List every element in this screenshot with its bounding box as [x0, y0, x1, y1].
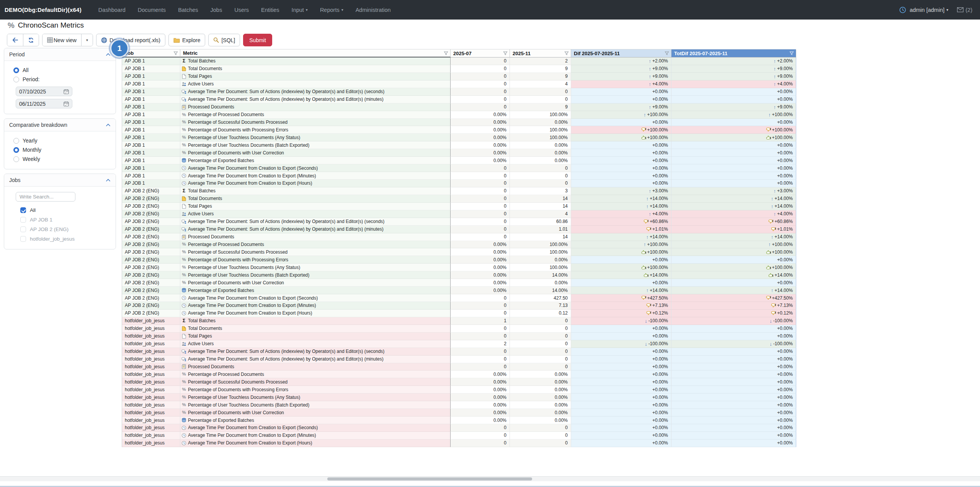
table-row[interactable]: AP JOB 2 (ENG)%Percentage of User Touchl… [122, 264, 796, 271]
table-row[interactable]: AP JOB 1Average Time Per Document from C… [122, 164, 796, 172]
nav-item-administration[interactable]: Administration [356, 7, 391, 13]
nav-item-batches[interactable]: Batches [178, 7, 198, 13]
table-row[interactable]: AP JOB 2 (ENG)%Percentage of Processed D… [122, 241, 796, 249]
table-row[interactable]: AP JOB 2 (ENG)Total Documents014↑+14.00%… [122, 195, 796, 203]
table-row[interactable]: hotfolder_job_jesusActive Users20↓-100.0… [122, 340, 796, 348]
table-row[interactable]: AP JOB 1Average Time Per Document: Sum o… [122, 96, 796, 103]
table-row[interactable]: AP JOB 1Total Documents09↑+9.00%↑+9.00% [122, 65, 796, 73]
breakdown-option-yearly[interactable]: Yearly [4, 136, 116, 145]
table-row[interactable]: hotfolder_job_jesusPercentage of Exporte… [122, 416, 796, 424]
horizontal-scrollbar-thumb[interactable] [327, 477, 532, 480]
refresh-button[interactable] [23, 34, 39, 46]
table-row[interactable]: hotfolder_job_jesus%Percentage of Docume… [122, 409, 796, 416]
chevron-up-icon[interactable] [106, 123, 111, 127]
sql-button[interactable]: [SQL] [208, 34, 240, 46]
table-row[interactable]: hotfolder_job_jesusTotal Pages00+0.00%+0… [122, 333, 796, 340]
mail-button[interactable]: (2) [957, 7, 972, 13]
nav-item-dashboard[interactable]: Dashboard [98, 7, 126, 13]
table-row[interactable]: AP JOB 1%Percentage of Successful Docume… [122, 119, 796, 126]
table-row[interactable]: hotfolder_job_jesus%Percentage of User T… [122, 394, 796, 401]
column-header-totdif[interactable]: TotDif 2025-07-2025-11 [671, 49, 796, 57]
jobs-search-input[interactable] [16, 192, 75, 202]
chevron-up-icon[interactable] [106, 179, 111, 182]
table-row[interactable]: AP JOB 1ΣTotal Batches02↑+2.00%↑+2.00% [122, 57, 796, 65]
table-row[interactable]: AP JOB 1Percentage of Exported Batches0.… [122, 157, 796, 164]
table-row[interactable]: AP JOB 1Total Pages09↑+9.00%↑+9.00% [122, 73, 796, 80]
table-row[interactable]: hotfolder_job_jesus%Percentage of Succes… [122, 378, 796, 386]
date-to-input[interactable]: 06/11/2025 [16, 99, 72, 108]
nav-item-users[interactable]: Users [234, 7, 249, 13]
table-row[interactable]: hotfolder_job_jesus%Percentage of Proces… [122, 371, 796, 378]
radio-button[interactable] [13, 67, 19, 73]
breakdown-panel-header[interactable]: Comparative breakdown [4, 119, 116, 131]
table-row[interactable]: AP JOB 2 (ENG)Average Time Per Document … [122, 310, 796, 317]
table-row[interactable]: hotfolder_job_jesusProcessed Documents00… [122, 363, 796, 371]
table-row[interactable]: hotfolder_job_jesusΣTotal Batches10↓-100… [122, 317, 796, 325]
period-all-option[interactable]: All [4, 66, 116, 75]
table-row[interactable]: hotfolder_job_jesusTotal Documents00+0.0… [122, 325, 796, 333]
table-row[interactable]: hotfolder_job_jesusAverage Time Per Docu… [122, 432, 796, 439]
table-row[interactable]: AP JOB 1%Percentage of Documents with Us… [122, 149, 796, 157]
table-row[interactable]: AP JOB 1Average Time Per Document from C… [122, 172, 796, 180]
filter-icon[interactable] [564, 51, 569, 56]
filter-icon[interactable] [665, 51, 669, 56]
filter-icon[interactable] [503, 51, 508, 56]
table-row[interactable]: AP JOB 2 (ENG)%Percentage of Documents w… [122, 279, 796, 287]
submit-button[interactable]: Submit [243, 34, 272, 46]
table-row[interactable]: AP JOB 1%Percentage of User Touchless Do… [122, 134, 796, 141]
table-row[interactable]: AP JOB 2 (ENG)Total Pages014↑+14.00%↑+14… [122, 203, 796, 210]
filter-icon[interactable] [789, 51, 794, 56]
table-row[interactable]: AP JOB 1%Percentage of Documents with Pr… [122, 126, 796, 134]
radio-button[interactable] [13, 77, 19, 82]
table-row[interactable]: AP JOB 2 (ENG)%Percentage of User Touchl… [122, 271, 796, 279]
table-row[interactable]: AP JOB 2 (ENG)Processed Documents014↑+14… [122, 233, 796, 241]
table-row[interactable]: hotfolder_job_jesusAverage Time Per Docu… [122, 356, 796, 363]
jobs-all-option[interactable]: All [4, 205, 116, 215]
table-row[interactable]: AP JOB 1%Percentage of User Touchless Do… [122, 141, 796, 149]
column-header-metric[interactable]: Metric [180, 49, 451, 57]
new-view-dropdown-button[interactable]: ▾ [82, 34, 93, 46]
period-panel-header[interactable]: Period [4, 48, 116, 61]
breakdown-option-monthly[interactable]: Monthly [4, 145, 116, 154]
nav-item-entities[interactable]: Entities [261, 7, 279, 13]
table-row[interactable]: AP JOB 2 (ENG)Percentage of Exported Bat… [122, 287, 796, 294]
new-view-button[interactable]: New view [42, 34, 82, 46]
column-header-2025-07[interactable]: 2025-07 [451, 49, 510, 57]
user-menu[interactable]: admin [admin] ▾ [910, 7, 948, 13]
nav-item-reports[interactable]: Reports▾ [320, 7, 343, 13]
table-row[interactable]: hotfolder_job_jesusAverage Time Per Docu… [122, 424, 796, 432]
back-button[interactable] [7, 34, 23, 46]
nav-item-input[interactable]: Input▾ [292, 7, 308, 13]
table-row[interactable]: AP JOB 1Average Time Per Document: Sum o… [122, 88, 796, 96]
table-row[interactable]: AP JOB 2 (ENG)Average Time Per Document … [122, 302, 796, 310]
explore-button[interactable]: Explore [168, 34, 205, 46]
download-report-button[interactable]: Download report(.xls) [96, 34, 165, 46]
column-header-2025-11[interactable]: 2025-11 [510, 49, 571, 57]
calendar-icon[interactable] [64, 89, 69, 94]
table-row[interactable]: hotfolder_job_jesus%Percentage of User T… [122, 401, 796, 409]
checkbox[interactable] [20, 207, 26, 213]
table-row[interactable]: AP JOB 2 (ENG)Average Time Per Document:… [122, 226, 796, 233]
table-row[interactable]: AP JOB 2 (ENG)%Percentage of Documents w… [122, 256, 796, 264]
radio-button[interactable] [13, 147, 19, 153]
period-range-option[interactable]: Period: [4, 75, 116, 84]
column-header-dif[interactable]: Dif 2025-07-2025-11 [571, 49, 671, 57]
table-row[interactable]: hotfolder_job_jesusAverage Time Per Docu… [122, 439, 796, 447]
nav-item-jobs[interactable]: Jobs [211, 7, 222, 13]
radio-button[interactable] [13, 138, 19, 144]
table-row[interactable]: AP JOB 2 (ENG)ΣTotal Batches03↑+3.00%↑+3… [122, 187, 796, 195]
chevron-up-icon[interactable] [106, 53, 111, 56]
app-brand[interactable]: DEMO(Dbg:DefaultDir)(x64) [5, 7, 82, 13]
radio-button[interactable] [13, 156, 19, 162]
table-row[interactable]: AP JOB 1Processed Documents09↑+9.00%↑+9.… [122, 103, 796, 111]
table-row[interactable]: AP JOB 1%Percentage of Processed Documen… [122, 111, 796, 119]
jobs-panel-header[interactable]: Jobs [4, 174, 116, 187]
column-header-job[interactable]: Job [122, 49, 180, 57]
filter-icon[interactable] [173, 51, 178, 56]
table-row[interactable]: AP JOB 2 (ENG)Active Users04↑+4.00%↑+4.0… [122, 210, 796, 218]
table-row[interactable]: AP JOB 2 (ENG)%Percentage of Successful … [122, 248, 796, 256]
table-row[interactable]: AP JOB 2 (ENG)Average Time Per Document … [122, 294, 796, 302]
table-row[interactable]: AP JOB 2 (ENG)Average Time Per Document:… [122, 218, 796, 226]
filter-icon[interactable] [444, 51, 448, 56]
table-row[interactable]: AP JOB 1Average Time Per Document from C… [122, 180, 796, 187]
